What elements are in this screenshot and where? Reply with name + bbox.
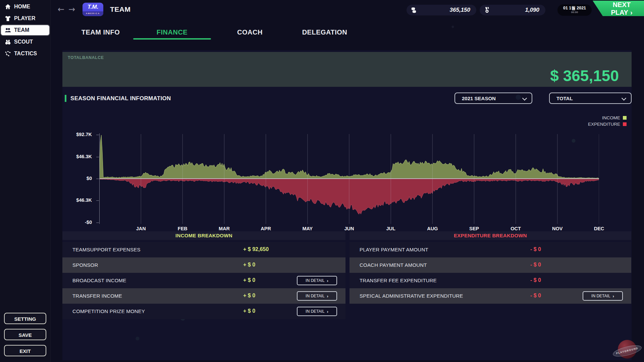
tab-delegation[interactable]: DELEGATION — [291, 28, 358, 36]
table-row: BROADCAST INCOME + $ 0 IN DETAIL› — [62, 273, 345, 288]
chevron-right-icon: › — [327, 309, 328, 314]
tab-finance[interactable]: FINANCE — [133, 28, 211, 36]
sidebar-item-label: SCOUT — [14, 39, 33, 45]
row-value: + $ 0 — [243, 293, 255, 299]
legend-expenditure-swatch — [623, 122, 627, 126]
season-dropdown[interactable]: 2021 SEASON — [454, 93, 532, 104]
table-row: SPONSOR + $ 0 — [62, 257, 345, 273]
x-tick-oct: OCT — [506, 226, 526, 231]
x-tick-jul: JUL — [381, 226, 401, 231]
expenditure-table-header: EXPENDITURE BREAKDOWN — [350, 231, 631, 240]
row-value: + $ 0 — [243, 308, 255, 314]
row-value: + $ 0 — [243, 262, 255, 268]
section-title: SEASON FINANCIAL INFORMATION — [70, 95, 171, 102]
money-value: 365,150 — [450, 7, 470, 13]
money-indicator: 365,150 — [407, 5, 476, 15]
tactics-icon — [5, 51, 11, 57]
x-tick-jun: JUN — [339, 226, 359, 231]
page-title: TEAM — [110, 5, 131, 13]
binoculars-icon — [5, 39, 11, 45]
table-row: TRANSFER FEE EXPENDITURE - $ 0 — [350, 273, 631, 288]
next-play-button[interactable]: NEXT PLAY› — [593, 1, 644, 16]
y-tick-mark — [96, 223, 99, 223]
club-logo-subtext: AMERICA — [83, 11, 103, 16]
income-table-header: INCOME BREAKDOWN — [62, 231, 345, 240]
legend-expenditure: EXPENDITURE — [588, 121, 627, 127]
sidebar-item-scout[interactable]: SCOUT — [1, 37, 49, 47]
shirt-icon — [5, 15, 11, 22]
medal-indicator: 1,090 — [480, 5, 545, 15]
chevron-down-icon — [522, 96, 527, 101]
balance-label: TOTALBANALCE — [68, 55, 104, 60]
row-value: + $ 0 — [243, 277, 255, 283]
income-breakdown-table: INCOME BREAKDOWN TEAMSUPPORT EXPENSES + … — [62, 231, 345, 319]
legend-income-label: INCOME — [602, 115, 620, 120]
chevron-right-icon: › — [327, 294, 328, 299]
x-tick-apr: APR — [256, 226, 276, 231]
y-tick-mark — [96, 200, 99, 201]
y-tick: $46.3K — [70, 197, 92, 203]
row-value: - $ 0 — [530, 277, 541, 283]
setting-button[interactable]: SETTING — [4, 313, 46, 324]
x-tick-feb: FEB — [172, 226, 193, 231]
home-icon — [5, 4, 11, 10]
table-row: PLAYER PAYMENT AMOUNT - $ 0 — [350, 242, 631, 257]
expenditure-breakdown-table: EXPENDITURE BREAKDOWN PLAYER PAYMENT AMO… — [350, 231, 631, 304]
chart-legend: INCOME EXPENDITURE — [588, 115, 627, 127]
x-tick-may: MAY — [298, 226, 318, 231]
section-accent-bar — [65, 95, 66, 102]
tab-coach[interactable]: COACH — [221, 28, 278, 36]
active-tab-underline — [133, 38, 211, 40]
x-tick-aug: AUG — [422, 226, 442, 231]
club-logo[interactable]: T.M. AMERICA — [83, 3, 103, 16]
row-label: COMPETITION PRIZE MONEY — [72, 308, 145, 314]
game-screen: HOME PLAYER TEAM SCOUT TACTICS SETTING S… — [0, 0, 644, 362]
row-label: TRANSFER FEE EXPENDITURE — [360, 278, 437, 283]
medal-value: 1,090 — [525, 7, 539, 13]
chart-y-axis: $92.7K$46.3K$0$46.3K-$0 — [73, 133, 96, 224]
club-logo-text: T.M. — [83, 3, 103, 11]
sidebar-item-label: HOME — [14, 4, 30, 10]
row-value: - $ 0 — [530, 262, 541, 268]
exit-button[interactable]: EXIT — [4, 345, 46, 356]
sidebar-item-team[interactable]: TEAM — [1, 25, 49, 35]
in-detail-button[interactable]: IN DETAIL› — [297, 291, 337, 301]
date-indicator: 01 1월 2021 00:00 — [557, 4, 592, 16]
chevron-right-icon: › — [327, 278, 328, 283]
in-detail-button[interactable]: IN DETAIL› — [297, 307, 337, 316]
table-row: TRANSFER INCOME + $ 0 IN DETAIL› — [62, 288, 345, 304]
back-arrow-icon[interactable]: ← — [58, 5, 64, 14]
tab-team-info[interactable]: TEAM INFO — [74, 28, 127, 36]
sidebar-item-home[interactable]: HOME — [1, 2, 49, 12]
forward-arrow-icon[interactable]: → — [68, 5, 75, 14]
table-row: SPEICAL ADMINISTRATIVE EXPENDITURE - $ 0… — [350, 288, 631, 304]
finance-chart: $92.7K$46.3K$0$46.3K-$0 JANFEBMARAPRMAYJ… — [99, 133, 599, 224]
scope-dropdown-value: TOTAL — [556, 96, 573, 101]
table-row: COMPETITION PRIZE MONEY + $ 0 IN DETAIL› — [62, 304, 345, 319]
x-tick-sep: SEP — [464, 226, 484, 231]
row-label: TRANSFER INCOME — [72, 293, 122, 299]
sidebar-item-label: TEAM — [14, 27, 29, 33]
in-detail-button[interactable]: IN DETAIL› — [583, 291, 623, 301]
row-label: SPEICAL ADMINISTRATIVE EXPENDITURE — [360, 293, 463, 299]
game-date: 01 1월 2021 — [557, 5, 592, 11]
chart-plot — [99, 133, 599, 224]
chevron-right-icon: › — [630, 9, 633, 16]
row-value: + $ 92,650 — [243, 246, 269, 252]
y-tick: $0 — [70, 176, 92, 181]
coins-icon — [411, 7, 417, 13]
sidebar-item-tactics[interactable]: TACTICS — [1, 49, 49, 59]
row-label: SPONSOR — [72, 262, 98, 268]
row-label: COACH PAYMENT AMOUNT — [360, 262, 427, 268]
save-button[interactable]: SAVE — [4, 329, 46, 340]
x-tick-dec: DEC — [589, 226, 609, 231]
x-tick-nov: NOV — [547, 226, 568, 231]
x-tick-jan: JAN — [131, 226, 151, 231]
sidebar-item-label: PLAYER — [14, 15, 35, 21]
legend-expenditure-label: EXPENDITURE — [588, 122, 620, 127]
scope-dropdown[interactable]: TOTAL — [549, 93, 632, 104]
sidebar-item-player[interactable]: PLAYER — [1, 13, 49, 23]
row-label: PLAYER PAYMENT AMOUNT — [360, 247, 428, 252]
chevron-right-icon: › — [613, 294, 614, 299]
in-detail-button[interactable]: IN DETAIL› — [297, 276, 337, 285]
